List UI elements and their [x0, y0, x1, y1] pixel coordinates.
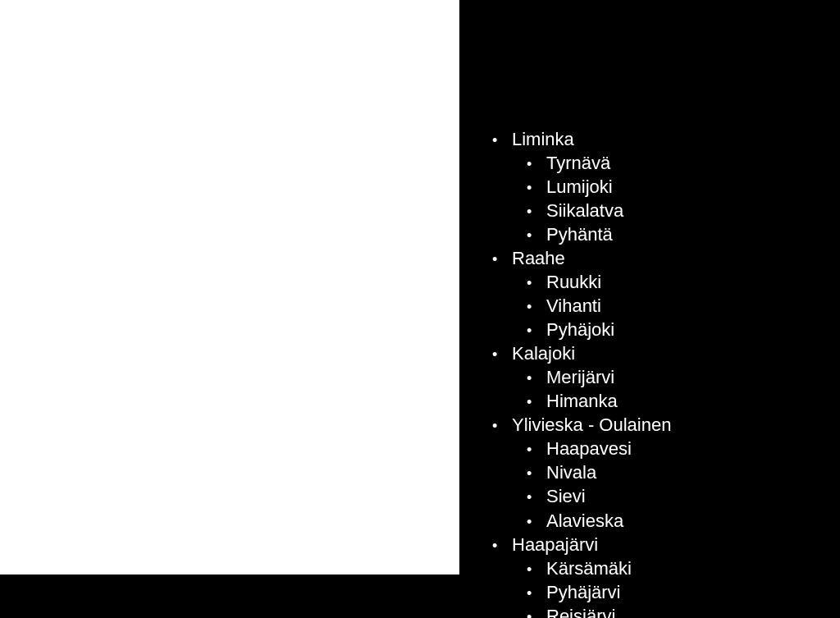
list-item: • Pyhäntä — [527, 222, 671, 246]
bullet-icon: • — [492, 537, 512, 556]
list-item: • Himanka — [527, 389, 671, 413]
list-item: • Reisjärvi — [527, 604, 671, 618]
list-item: • Liminka — [492, 127, 671, 151]
bullet-icon: • — [527, 584, 546, 604]
list-item-label: Himanka — [546, 389, 618, 413]
list-item-label: Pyhäjärvi — [546, 580, 620, 604]
list-item: • Merijärvi — [527, 365, 671, 389]
list-item-label: Siikalatva — [546, 199, 623, 222]
list-item: • Raahe — [492, 246, 671, 270]
bullet-icon: • — [527, 298, 546, 318]
list-item: • Pyhäjoki — [527, 318, 671, 341]
bullet-icon: • — [527, 561, 546, 580]
bullet-icon: • — [527, 155, 546, 175]
bullet-icon: • — [527, 488, 546, 508]
list-item-label: Sievi — [546, 484, 586, 508]
list-item: • Siikalatva — [527, 199, 671, 222]
list-item-label: Nivala — [546, 460, 596, 484]
list-item-label: Liminka — [512, 127, 574, 151]
list-item-label: Ylivieska - Oulainen — [512, 413, 671, 437]
bullet-icon: • — [527, 203, 546, 222]
bullet-icon: • — [492, 417, 512, 437]
list-item-label: Pyhäjoki — [546, 318, 614, 341]
list-item-label: Kalajoki — [512, 341, 575, 365]
list-item: • Vihanti — [527, 294, 671, 318]
list-item-label: Lumijoki — [546, 175, 613, 199]
list-item: • Nivala — [527, 460, 671, 484]
list-item: • Ruukki — [527, 270, 671, 294]
bullet-icon: • — [527, 465, 546, 484]
list-item-label: Haapajärvi — [512, 533, 598, 556]
left-panel — [0, 0, 459, 575]
list-item: • Lumijoki — [527, 175, 671, 199]
list-item: • Kärsämäki — [527, 556, 671, 580]
list-item-label: Ruukki — [546, 270, 601, 294]
list-item-label: Alavieska — [546, 509, 623, 533]
bullet-list: • Liminka • Tyrnävä • Lumijoki • Siikala… — [492, 127, 671, 618]
list-item-label: Haapavesi — [546, 437, 632, 460]
bullet-icon: • — [527, 274, 546, 294]
bullet-icon: • — [527, 369, 546, 389]
bullet-icon: • — [527, 227, 546, 246]
list-item-label: Reisjärvi — [546, 604, 615, 618]
list-item-label: Kärsämäki — [546, 556, 632, 580]
list-item: • Pyhäjärvi — [527, 580, 671, 604]
bullet-icon: • — [527, 608, 546, 618]
bullet-icon: • — [492, 346, 512, 365]
list-item-label: Pyhäntä — [546, 222, 613, 246]
bullet-icon: • — [527, 322, 546, 341]
bullet-icon: • — [527, 441, 546, 460]
list-item: • Sievi — [527, 484, 671, 508]
list-item: • Alavieska — [527, 509, 671, 533]
bullet-icon: • — [527, 393, 546, 413]
list-item-label: Raahe — [512, 246, 565, 270]
bullet-icon: • — [492, 250, 512, 270]
list-item-label: Merijärvi — [546, 365, 614, 389]
list-item-label: Vihanti — [546, 294, 601, 318]
list-item: • Ylivieska - Oulainen — [492, 413, 671, 437]
list-item: • Tyrnävä — [527, 151, 671, 175]
list-item: • Haapajärvi — [492, 533, 671, 556]
bullet-icon: • — [527, 179, 546, 199]
bullet-icon: • — [527, 513, 546, 533]
list-item: • Kalajoki — [492, 341, 671, 365]
list-item-label: Tyrnävä — [546, 151, 610, 175]
bullet-icon: • — [492, 131, 512, 151]
list-item: • Haapavesi — [527, 437, 671, 460]
